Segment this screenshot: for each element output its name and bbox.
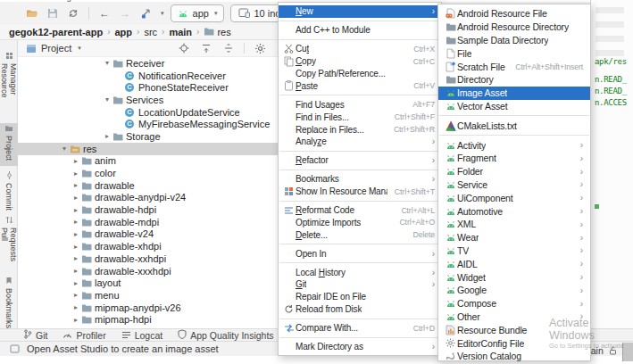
menu-item-compose[interactable]: Compose› xyxy=(438,297,590,310)
breadcrumb-item-src[interactable]: src xyxy=(144,27,157,37)
chevron-right-icon[interactable]: ▸ xyxy=(71,206,81,214)
sidebar-item-commit[interactable]: Commit xyxy=(0,170,18,211)
menu-item-open-in[interactable]: Open In› xyxy=(279,247,441,260)
menu-item-editorconfig-file[interactable]: EditorConfig File xyxy=(438,336,590,350)
menu-item-tv[interactable]: TV› xyxy=(438,244,590,258)
chevron-down-icon[interactable]: ▾ xyxy=(102,59,112,67)
menu-item-resource-bundle[interactable]: Resource Bundle xyxy=(438,323,590,336)
sidebar-item-project[interactable]: Project xyxy=(0,123,18,166)
menu-item-vector-asset[interactable]: Vector Asset xyxy=(438,100,590,113)
menu-item-refactor[interactable]: Refactor› xyxy=(279,154,441,167)
toolwindow-button-git[interactable]: Git xyxy=(23,329,47,341)
menu-item-reformat-code[interactable]: Reformat CodeCtrl+Alt+L xyxy=(279,204,441,217)
tree-item-layout[interactable]: ▸layout xyxy=(18,277,278,289)
chevron-right-icon[interactable]: ▸ xyxy=(71,291,81,299)
menu-item-google[interactable]: Google› xyxy=(438,284,590,297)
breadcrumb-item-gegok12-parent-app[interactable]: gegok12-parent-app xyxy=(9,27,103,37)
open-folder-icon[interactable] xyxy=(25,6,39,21)
tree-item-drawable-xhdpi[interactable]: ▸drawable-xhdpi xyxy=(18,240,278,252)
chevron-right-icon[interactable]: ▸ xyxy=(71,170,81,178)
breadcrumb-item-app[interactable]: app xyxy=(114,27,132,37)
chevron-right-icon[interactable]: ▸ xyxy=(71,194,81,202)
tree-item-drawable-anydpi-v24[interactable]: ▸drawable-anydpi-v24 xyxy=(18,192,278,204)
menu-item-android-resource-file[interactable]: Android Resource File xyxy=(438,7,590,21)
menu-item-repair-ide-on-file[interactable]: Repair IDE on File xyxy=(279,291,441,303)
menu-item-copy-path-reference[interactable]: Copy Path/Reference... xyxy=(279,68,441,80)
breadcrumb-item-main[interactable]: main xyxy=(169,27,192,37)
chevron-right-icon[interactable]: ▸ xyxy=(71,303,81,311)
tree-item-mipmap-hdpi[interactable]: ▸mipmap-hdpi xyxy=(18,313,278,326)
menu-item-automotive[interactable]: Automotive› xyxy=(438,204,590,218)
locate-file-icon[interactable] xyxy=(177,41,191,55)
chevron-right-icon[interactable]: ▸ xyxy=(71,316,81,324)
tree-item-drawable-v24[interactable]: ▸drawable-v24 xyxy=(18,228,278,241)
chevron-right-icon[interactable]: ▸ xyxy=(71,181,81,189)
tree-item-color[interactable]: ▸color xyxy=(18,167,278,179)
menu-item-local-history[interactable]: Local History› xyxy=(279,266,441,278)
menu-item-wear[interactable]: Wear› xyxy=(438,231,590,244)
menu-item-directory[interactable]: Directory xyxy=(438,73,590,87)
chevron-right-icon[interactable]: ▸ xyxy=(71,254,81,262)
tree-item-services[interactable]: ▾Services xyxy=(18,94,278,106)
chevron-right-icon[interactable]: ▸ xyxy=(71,157,81,165)
menu-item-activity[interactable]: Activity› xyxy=(438,138,590,152)
tree-item-anim[interactable]: ▸anim xyxy=(18,155,278,168)
menu-item-version-catalog[interactable]: Version Catalog xyxy=(438,350,590,363)
menu-item-image-asset[interactable]: Image Asset xyxy=(438,87,590,100)
chevron-down-icon[interactable]: ▾ xyxy=(161,10,164,17)
chevron-right-icon[interactable]: ▸ xyxy=(102,132,112,140)
tree-item-drawable-hdpi[interactable]: ▸drawable-hdpi xyxy=(18,203,278,216)
scrollbar-corner[interactable] xyxy=(622,343,633,361)
tree-item-drawable-xxxhdpi[interactable]: ▸drawable-xxxhdpi xyxy=(18,265,278,277)
menu-item-find-in-files[interactable]: Find in Files...Ctrl+Shift+F xyxy=(279,111,441,123)
sync-icon[interactable] xyxy=(66,6,80,21)
run-configuration-dropdown[interactable]: app ▾ xyxy=(171,4,225,22)
toolwindow-button-profiler[interactable]: Profiler xyxy=(62,330,105,341)
menu-item-uicomponent[interactable]: UiComponent› xyxy=(438,191,590,204)
tree-item-res[interactable]: ▾res xyxy=(18,143,278,155)
menu-item-cmakelists-txt[interactable]: CMakeLists.txt xyxy=(438,119,590,132)
tree-item-menu[interactable]: ▸menu xyxy=(18,289,278,302)
tree-item-locationupdateservice[interactable]: CLocationUpdateService xyxy=(18,106,278,119)
tree-item-phonestatereceiver[interactable]: CPhoneStateReceiver xyxy=(18,81,278,94)
save-icon[interactable] xyxy=(46,6,60,21)
chevron-right-icon[interactable]: ▸ xyxy=(71,267,81,275)
menu-item-delete[interactable]: Delete...Delete xyxy=(279,228,441,241)
menu-item-mark-directory-as[interactable]: Mark Directory as› xyxy=(279,341,441,353)
attach-debugger-icon[interactable] xyxy=(138,6,153,21)
breadcrumb-item-res[interactable]: res xyxy=(204,27,230,37)
chevron-right-icon[interactable]: ▸ xyxy=(71,279,81,287)
menu-item-compare-with[interactable]: Compare With...Ctrl+D xyxy=(279,322,441,335)
menu-item-xml[interactable]: XML› xyxy=(438,218,590,231)
forward-icon[interactable]: → xyxy=(118,6,132,21)
tree-item-drawable-mdpi[interactable]: ▸drawable-mdpi xyxy=(18,216,278,228)
menu-item-new[interactable]: New› xyxy=(279,5,441,18)
menu-item-add-c-to-module[interactable]: Add C++ to Module xyxy=(279,24,441,37)
collapse-all-icon[interactable] xyxy=(199,41,213,55)
tree-item-myfirebasemessagingservice[interactable]: CMyFirebaseMessagingService xyxy=(18,118,278,130)
toolwindow-button-app-quality-insights[interactable]: App Quality Insights xyxy=(178,329,273,341)
expand-collapse-icon[interactable] xyxy=(221,41,236,55)
menu-item-optimize-imports[interactable]: Optimize ImportsCtrl+Alt+O xyxy=(279,216,441,228)
menu-item-git[interactable]: Git› xyxy=(279,278,441,291)
sidebar-item-resource-manager[interactable]: Resource Manager xyxy=(0,50,18,127)
sidebar-item-pull-requests[interactable]: Pull Requests xyxy=(0,214,18,271)
menu-item-android-resource-directory[interactable]: Android Resource Directory xyxy=(438,21,590,34)
menu-item-aidl[interactable]: AIDL› xyxy=(438,257,590,270)
menu-item-sample-data-directory[interactable]: Sample Data Directory xyxy=(438,34,590,47)
tree-item-mipmap-anydpi-v26[interactable]: ▸mipmap-anydpi-v26 xyxy=(18,302,278,314)
tree-item-drawable[interactable]: ▸drawable xyxy=(18,179,278,192)
menu-item-analyze[interactable]: Analyze› xyxy=(279,136,441,148)
sidebar-item-bookmarks[interactable]: Bookmarks xyxy=(0,275,18,327)
menu-item-replace-in-files[interactable]: Replace in Files...Ctrl+Shift+R xyxy=(279,123,441,136)
chevron-right-icon[interactable]: ▸ xyxy=(71,243,81,251)
chevron-right-icon[interactable]: ▸ xyxy=(71,218,81,226)
menu-item-copy[interactable]: CopyCtrl+C xyxy=(279,55,441,68)
settings-gear-icon[interactable] xyxy=(253,41,267,55)
tree-item-drawable-xxhdpi[interactable]: ▸drawable-xxhdpi xyxy=(18,252,278,265)
chevron-down-icon[interactable]: ▾ xyxy=(102,95,112,103)
menu-item-find-usages[interactable]: Find UsagesAlt+F7 xyxy=(279,98,441,111)
menu-item-reload-from-disk[interactable]: Reload from Disk xyxy=(279,303,441,316)
back-icon[interactable]: ← xyxy=(97,6,112,21)
toolwindow-button-logcat[interactable]: Logcat xyxy=(121,330,163,341)
